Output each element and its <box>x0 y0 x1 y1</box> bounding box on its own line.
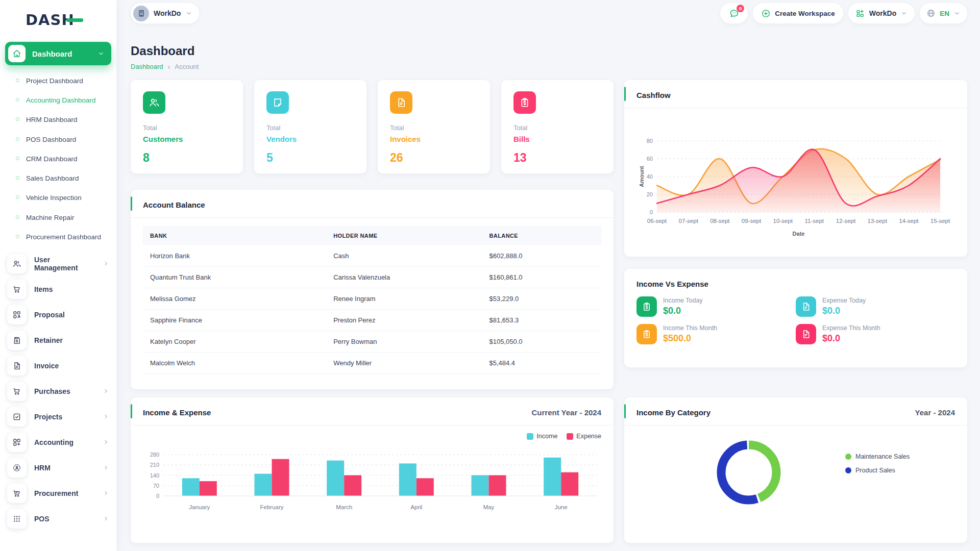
svg-text:11-sept: 11-sept <box>805 218 824 224</box>
svg-text:07-sept: 07-sept <box>678 218 698 224</box>
chevron-down-icon <box>900 10 908 17</box>
workspace-name: WorkDo <box>154 9 181 17</box>
sidebar-item-retainer[interactable]: Retainer <box>0 328 116 353</box>
account-balance-card: Account Balance BANKHOLDER NAMEBALANCE H… <box>131 190 614 389</box>
page-head: Dashboard Dashboard › Account <box>131 44 967 70</box>
bar-chart-legend: IncomeExpense <box>143 433 601 440</box>
svg-text:70: 70 <box>153 483 159 489</box>
accounting-icon <box>7 433 27 452</box>
ive-value: $500.0 <box>663 333 717 344</box>
sidebar-subitem-procurement-dashboard[interactable]: Procurement Dashboard <box>0 228 116 247</box>
sidebar-subitem-project-dashboard[interactable]: Project Dashboard <box>0 71 116 91</box>
messages-button[interactable]: 0 <box>720 3 748 23</box>
proposal-icon <box>7 305 27 324</box>
sidebar-item-accounting[interactable]: Accounting <box>0 430 116 455</box>
table-cell: Horizon Bank <box>143 245 326 267</box>
sidebar-item-user-management[interactable]: User Management <box>0 251 116 277</box>
ive-value: $0.0 <box>663 306 703 316</box>
svg-text:06-sept: 06-sept <box>647 218 667 224</box>
income-expense-header: Income & Expense Current Year - 2024 <box>131 397 614 425</box>
income-by-category-donut-chart <box>713 437 785 508</box>
sidebar-subitem-vehicle-inspection[interactable]: Vehicle Inspection <box>0 188 116 208</box>
chevron-down-icon <box>97 50 105 57</box>
sidebar-item-label: Accounting <box>34 438 74 446</box>
legend-item: Product Sales <box>845 467 910 474</box>
sidebar-subitem-sales-dashboard[interactable]: Sales Dashboard <box>0 169 116 188</box>
svg-text:140: 140 <box>150 472 159 479</box>
messages-badge: 0 <box>737 5 744 12</box>
legend-item: Expense <box>567 433 601 440</box>
expense-file-icon <box>796 296 816 317</box>
chevron-right-icon <box>103 490 109 496</box>
column-header: HOLDER NAME <box>326 226 482 245</box>
sidebar-item-dashboard[interactable]: Dashboard <box>5 42 111 65</box>
ive-label: Expense This Month <box>822 324 880 332</box>
sidebar-item-label: Projects <box>34 413 62 421</box>
income-by-category-header: Income By Category Year - 2024 <box>624 397 967 425</box>
stat-card-customers: Total Customers 8 <box>131 80 243 173</box>
column-header: BALANCE <box>482 226 602 245</box>
chevron-right-icon <box>103 515 109 522</box>
hrm-icon <box>7 458 27 478</box>
sidebar-item-invoice[interactable]: Invoice <box>0 353 116 379</box>
table-cell: $53,229.0 <box>482 288 602 310</box>
home-icon <box>8 45 26 62</box>
table-cell: $81,653.3 <box>482 310 602 331</box>
language-selector[interactable]: EN <box>920 3 967 23</box>
clipboard-dollar-icon <box>636 296 657 317</box>
ive-item-expense-this-month: Expense This Month $0.0 <box>796 324 955 344</box>
plus-circle-icon <box>761 9 771 18</box>
sidebar-subitem-hrm-dashboard[interactable]: HRM Dashboard <box>0 110 116 130</box>
stat-label: Total <box>513 124 601 132</box>
table-header-row: BANKHOLDER NAMEBALANCE <box>143 226 601 245</box>
workspace-switcher[interactable]: WorkDo <box>131 3 199 23</box>
sidebar-subitem-label: Procurement Dashboard <box>26 233 101 242</box>
svg-text:June: June <box>555 504 568 510</box>
svg-text:12-sept: 12-sept <box>836 218 856 224</box>
sidebar-item-hrm[interactable]: HRM <box>0 455 116 481</box>
income-by-category-card: Income By Category Year - 2024 Maintenan… <box>624 397 967 543</box>
svg-text:February: February <box>260 504 283 510</box>
table-cell: Carissa Valenzuela <box>326 267 482 288</box>
sidebar-item-purchases[interactable]: Purchases <box>0 379 116 404</box>
stat-card-invoices: Total Invoices 26 <box>378 80 490 173</box>
card-title: Cashflow <box>636 91 671 99</box>
grid-plus-icon <box>855 9 865 18</box>
expense-file-icon <box>796 324 816 344</box>
page-title: Dashboard <box>131 44 967 58</box>
right-column: Cashflow 02040608006-sept07-sept08-sept0… <box>624 80 967 543</box>
table-row: Melissa GomezRenee Ingram$53,229.0 <box>143 288 601 310</box>
sidebar-item-items[interactable]: Items <box>0 277 116 302</box>
users-icon <box>7 254 27 273</box>
ive-item-income-today: Income Today $0.0 <box>636 296 796 317</box>
sidebar-item-label: Invoice <box>34 362 59 370</box>
company-menu-button[interactable]: WorkDo <box>848 3 915 23</box>
sidebar-subitem-crm-dashboard[interactable]: CRM Dashboard <box>0 149 116 169</box>
table-row: Quantum Trust BankCarissa Valenzuela$160… <box>143 267 601 288</box>
sidebar-item-projects[interactable]: Projects <box>0 404 116 430</box>
legend-swatch-icon <box>527 433 533 440</box>
legend-label: Product Sales <box>855 467 895 474</box>
breadcrumb-link-dashboard[interactable]: Dashboard <box>131 63 163 70</box>
svg-text:0: 0 <box>650 209 653 215</box>
chevron-right-icon <box>103 260 109 267</box>
projects-icon <box>7 407 27 427</box>
sidebar-item-procurement[interactable]: Procurement <box>0 481 116 506</box>
column-header: BANK <box>143 226 326 245</box>
chevron-right-icon <box>103 439 109 445</box>
sidebar-subitem-machine-repair[interactable]: Machine Repair <box>0 208 116 228</box>
sidebar-subitem-accounting-dashboard[interactable]: Accounting Dashboard <box>0 91 116 110</box>
table-cell: Renee Ingram <box>326 288 482 310</box>
table-cell: Malcolm Welch <box>143 353 326 374</box>
sidebar-subitem-pos-dashboard[interactable]: POS Dashboard <box>0 130 116 149</box>
sidebar-item-label: Procurement <box>34 489 78 497</box>
sidebar-item-pos[interactable]: POS <box>0 506 116 532</box>
ive-value: $0.0 <box>822 306 866 316</box>
svg-text:13-sept: 13-sept <box>867 218 887 224</box>
chevron-right-icon <box>103 464 109 471</box>
dashboard-submenu: Project DashboardAccounting DashboardHRM… <box>0 71 116 247</box>
sidebar-item-proposal[interactable]: Proposal <box>0 302 116 328</box>
svg-text:14-sept: 14-sept <box>899 218 919 224</box>
app-logo[interactable]: DASH <box>26 11 75 29</box>
create-workspace-button[interactable]: Create Workspace <box>753 3 843 23</box>
